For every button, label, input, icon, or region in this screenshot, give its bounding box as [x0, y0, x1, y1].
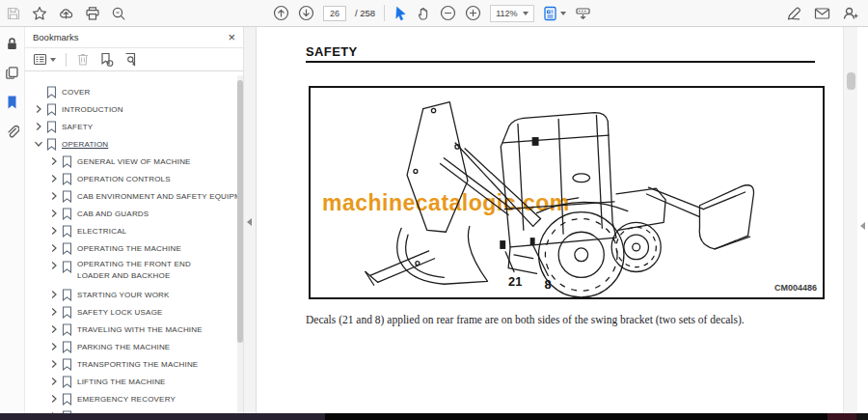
- figure-caption: Decals (21 and 8) applied on rear frame …: [306, 314, 745, 325]
- save-icon[interactable]: [6, 6, 21, 21]
- fill-sign-pen-icon[interactable]: [786, 6, 802, 21]
- page-total-label: / 258: [355, 8, 375, 18]
- chevron-right-icon[interactable]: [48, 261, 60, 270]
- document-page: SAFETY machinecatalogic.com: [257, 27, 868, 413]
- bookmark-item-cover[interactable]: COVER: [25, 83, 237, 100]
- page-display-menu[interactable]: [543, 6, 566, 21]
- zoom-level-select[interactable]: 112%: [490, 5, 533, 22]
- toolbar-separator: [66, 53, 67, 67]
- bookmark-icon: [62, 173, 72, 185]
- bookmarks-panel-icon[interactable]: [5, 95, 19, 110]
- collapse-panel-icon[interactable]: [247, 218, 252, 226]
- bookmark-icon: [62, 155, 72, 168]
- bookmark-item-cab-and-guards[interactable]: CAB AND GUARDS: [25, 205, 237, 222]
- bookmark-item-cab-environment[interactable]: CAB ENVIRONMENT AND SAFETY EQUIPMENT: [25, 187, 237, 205]
- zoom-out-icon[interactable]: [440, 5, 456, 21]
- star-icon[interactable]: [32, 6, 47, 21]
- bookmarks-toolbar: [25, 48, 243, 71]
- panel-divider[interactable]: [243, 27, 257, 413]
- chevron-right-icon[interactable]: [48, 394, 60, 404]
- chevron-down-icon: [523, 12, 529, 15]
- bookmark-item-parking[interactable]: PARKING THE MACHINE: [25, 338, 237, 355]
- bookmark-icon: [62, 261, 72, 273]
- share-upload-icon[interactable]: [58, 6, 74, 21]
- toolbar-share-group: [786, 0, 858, 26]
- page-title: SAFETY: [306, 44, 358, 59]
- bookmark-item-general-view[interactable]: GENERAL VIEW OF MACHINE: [25, 153, 237, 170]
- chevron-right-icon[interactable]: [48, 324, 60, 334]
- email-icon[interactable]: [814, 7, 830, 20]
- bookmark-icon: [62, 341, 72, 353]
- chevron-down-icon[interactable]: [33, 140, 44, 148]
- bookmarks-panel: Bookmarks × COVER INTRODUCTION: [25, 27, 243, 413]
- bookmark-icon: [62, 376, 72, 388]
- chevron-right-icon[interactable]: [33, 104, 44, 114]
- bookmark-item-emergency-recovery[interactable]: EMERGENCY RECOVERY: [25, 390, 237, 407]
- chevron-right-icon[interactable]: [48, 290, 60, 299]
- toolbar-file-group: [6, 0, 126, 26]
- navigation-rail: [0, 27, 25, 413]
- zoom-level-value: 112%: [496, 9, 517, 18]
- bookmark-item-transporting[interactable]: TRANSPORTING THE MACHINE: [25, 355, 237, 373]
- bookmark-item-operation[interactable]: OPERATION: [25, 135, 237, 153]
- bookmarks-panel-title: Bookmarks: [33, 32, 79, 42]
- bookmark-item-electrical[interactable]: ELECTRICAL: [25, 222, 237, 239]
- chevron-right-icon[interactable]: [33, 122, 44, 131]
- previous-page-icon[interactable]: [273, 5, 289, 21]
- chevron-right-icon[interactable]: [48, 342, 60, 351]
- bookmark-item-operation-controls[interactable]: OPERATION CONTROLS: [25, 170, 237, 187]
- toolbar-nav-group: / 258 112%: [273, 0, 591, 26]
- safety-figure: machinecatalogic.com: [309, 86, 825, 299]
- expand-tools-panel-icon[interactable]: [860, 222, 865, 230]
- bookmark-icon: [46, 103, 57, 116]
- bookmark-item-starting-work[interactable]: STARTING YOUR WORK: [25, 286, 237, 303]
- find-current-bookmark-icon[interactable]: [123, 52, 138, 67]
- figure-code: CM004486: [774, 283, 817, 293]
- pdf-viewer-window: / 258 112% Bookmarks ×: [0, 0, 868, 420]
- bookmark-item-safety[interactable]: SAFETY: [25, 118, 237, 135]
- zoom-in-icon[interactable]: [465, 5, 481, 21]
- scrollbar-thumb[interactable]: [847, 72, 855, 90]
- print-icon[interactable]: [85, 6, 100, 21]
- bookmark-item-operating-machine[interactable]: OPERATING THE MACHINE: [25, 239, 237, 257]
- new-bookmark-icon[interactable]: [99, 52, 114, 67]
- bookmark-icon: [62, 289, 72, 301]
- bookmark-icon: [62, 190, 72, 203]
- bookmark-icon: [62, 323, 72, 336]
- hand-tool-icon[interactable]: [417, 6, 431, 21]
- attachments-icon[interactable]: [5, 125, 19, 140]
- page-number-input[interactable]: [323, 6, 346, 21]
- reading-mode-icon[interactable]: [575, 6, 591, 21]
- chevron-right-icon[interactable]: [48, 307, 60, 317]
- bookmark-options-icon[interactable]: [33, 53, 56, 66]
- lock-icon[interactable]: [5, 37, 19, 51]
- page-thumbnails-icon[interactable]: [5, 66, 19, 80]
- share-people-icon[interactable]: [842, 6, 858, 21]
- bookmark-item-lifting[interactable]: LIFTING THE MACHINE: [25, 373, 237, 390]
- bookmark-icon: [62, 225, 72, 238]
- chevron-right-icon[interactable]: [48, 209, 60, 218]
- next-page-icon[interactable]: [298, 5, 314, 21]
- document-scrollbar[interactable]: [843, 27, 857, 413]
- bookmark-item-front-end-loader[interactable]: OPERATING THE FRONT END LOADER AND BACKH…: [25, 257, 237, 286]
- chevron-right-icon[interactable]: [48, 243, 60, 253]
- bookmark-item-safety-lock[interactable]: SAFETY LOCK USAGE: [25, 303, 237, 321]
- bookmark-item-introduction[interactable]: INTRODUCTION: [25, 100, 237, 118]
- select-tool-icon[interactable]: [393, 6, 408, 21]
- chevron-right-icon[interactable]: [48, 377, 60, 386]
- close-icon[interactable]: ×: [228, 31, 235, 43]
- delete-bookmark-icon[interactable]: [76, 52, 90, 67]
- search-icon[interactable]: [111, 6, 126, 21]
- chevron-right-icon[interactable]: [48, 174, 60, 183]
- chevron-right-icon[interactable]: [48, 359, 60, 369]
- bookmark-icon: [46, 121, 57, 133]
- bottom-taskbar-edge: [0, 413, 868, 420]
- bookmark-icon: [62, 242, 72, 255]
- bookmark-item-traveling[interactable]: TRAVELING WITH THE MACHINE: [25, 321, 237, 338]
- chevron-right-icon[interactable]: [48, 226, 60, 236]
- bookmarks-panel-header: Bookmarks ×: [25, 27, 243, 48]
- decal-label-8: 8: [544, 277, 551, 292]
- decal-label-21: 21: [508, 274, 522, 289]
- chevron-right-icon[interactable]: [48, 156, 60, 166]
- chevron-right-icon[interactable]: [48, 191, 60, 201]
